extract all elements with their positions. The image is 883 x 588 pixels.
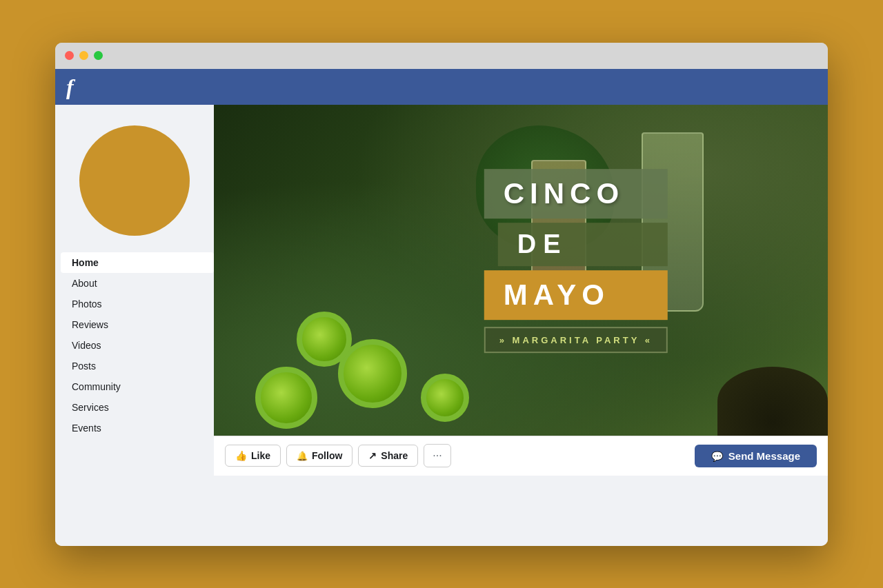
like-button[interactable]: Like	[225, 445, 281, 467]
follow-icon	[297, 450, 308, 461]
sidebar-item-posts[interactable]: Posts	[61, 356, 214, 376]
cover-photo: CINCO DE MAYO » MARGARITA PARTY «	[214, 105, 828, 436]
sidebar-item-videos[interactable]: Videos	[61, 335, 214, 356]
cover-banner: CINCO DE MAYO » MARGARITA PARTY «	[484, 169, 668, 353]
action-buttons-left: Like Follow Share ···	[225, 444, 451, 467]
send-message-button[interactable]: Send Message	[695, 445, 817, 467]
banner-sub-text: » MARGARITA PARTY «	[499, 335, 653, 345]
lime-2	[255, 367, 317, 429]
lime-4	[421, 374, 469, 422]
banner-text-cinco: CINCO	[504, 177, 624, 210]
sidebar: Home About Photos Reviews Videos Posts C…	[55, 105, 214, 546]
sidebar-item-services[interactable]: Services	[61, 397, 214, 418]
maximize-button[interactable]	[94, 51, 103, 60]
more-button[interactable]: ···	[424, 444, 450, 467]
share-button[interactable]: Share	[358, 445, 418, 467]
action-bar: Like Follow Share ···	[214, 436, 828, 476]
avatar	[79, 125, 190, 236]
share-label: Share	[381, 450, 408, 461]
banner-text-de: DE	[517, 230, 568, 258]
banner-mayo: MAYO	[484, 270, 668, 320]
follow-label: Follow	[312, 450, 342, 461]
minimize-button[interactable]	[79, 51, 88, 60]
sidebar-item-photos[interactable]: Photos	[61, 294, 214, 314]
bowl-decoration	[717, 367, 828, 436]
like-icon	[235, 450, 247, 461]
like-label: Like	[251, 450, 270, 461]
follow-button[interactable]: Follow	[286, 445, 353, 467]
sidebar-item-about[interactable]: About	[61, 273, 214, 294]
send-message-label: Send Message	[728, 450, 800, 462]
sidebar-item-home[interactable]: Home	[61, 252, 214, 273]
facebook-navbar: f	[55, 69, 828, 105]
banner-de: DE	[498, 223, 668, 266]
facebook-logo: f	[66, 76, 74, 98]
browser-titlebar	[55, 43, 828, 69]
message-icon	[711, 450, 723, 462]
lime-3	[297, 312, 352, 367]
sidebar-item-reviews[interactable]: Reviews	[61, 314, 214, 335]
share-icon	[368, 450, 377, 461]
main-content: CINCO DE MAYO » MARGARITA PARTY «	[214, 105, 828, 546]
sidebar-nav: Home About Photos Reviews Videos Posts C…	[55, 252, 214, 438]
banner-cinco: CINCO	[484, 169, 668, 219]
browser-window: f Home About Photos Reviews Videos Posts…	[55, 43, 828, 546]
facebook-page: Home About Photos Reviews Videos Posts C…	[55, 105, 828, 546]
banner-sub: » MARGARITA PARTY «	[484, 327, 668, 353]
close-button[interactable]	[65, 51, 74, 60]
sidebar-item-community[interactable]: Community	[61, 376, 214, 397]
banner-text-mayo: MAYO	[504, 278, 610, 311]
sidebar-item-events[interactable]: Events	[61, 418, 214, 438]
browser-content: f Home About Photos Reviews Videos Posts…	[55, 69, 828, 546]
